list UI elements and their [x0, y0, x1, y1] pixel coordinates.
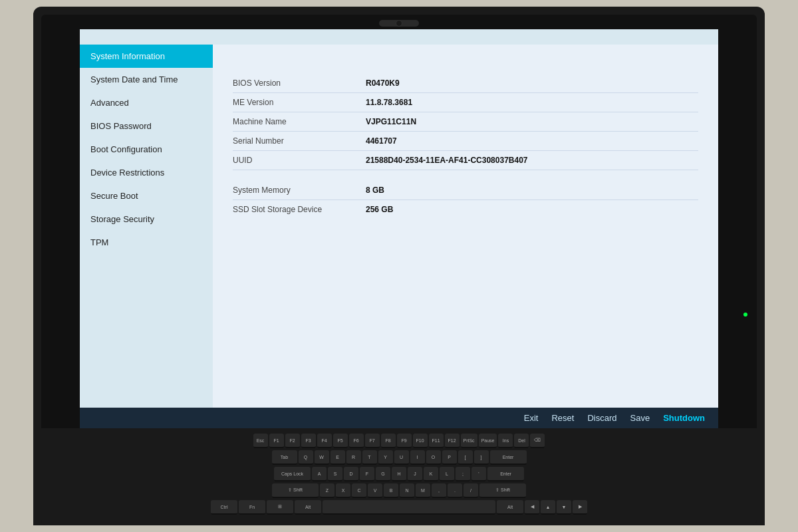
bottom-btn-reset[interactable]: Reset: [551, 413, 574, 423]
key-e[interactable]: E: [331, 450, 345, 465]
info-value: 4461707: [366, 136, 397, 146]
bottom-btn-exit[interactable]: Exit: [524, 413, 539, 423]
key-g[interactable]: G: [376, 467, 390, 481]
key-f12[interactable]: F12: [445, 434, 460, 448]
key-enter[interactable]: Enter: [490, 450, 527, 465]
key-period[interactable]: .: [448, 483, 462, 498]
info-value: R0470K9: [366, 78, 400, 88]
laptop-outer: System InformationSystem Date and TimeAd…: [33, 7, 765, 525]
key-ctrl-l[interactable]: Ctrl: [211, 500, 237, 515]
key-del[interactable]: Del: [514, 434, 529, 448]
sidebar-item-tpm[interactable]: TPM: [80, 231, 213, 254]
key-shift-l[interactable]: ⇧ Shift: [272, 483, 319, 498]
key-bracket-r[interactable]: ]: [474, 450, 489, 465]
key-z[interactable]: Z: [320, 483, 334, 498]
key-bracket-l[interactable]: [: [458, 450, 473, 465]
key-f2[interactable]: F2: [285, 434, 300, 448]
key-m[interactable]: M: [416, 483, 430, 498]
key-r[interactable]: R: [346, 450, 361, 465]
key-n[interactable]: N: [400, 483, 414, 498]
webcam: [379, 20, 419, 27]
info-section-gap: [233, 170, 698, 181]
sidebar-item-advanced[interactable]: Advanced: [80, 91, 213, 114]
key-row-fn: Esc F1 F2 F3 F4 F5 F6 F7 F8 F9 F10 F11 F…: [80, 434, 718, 448]
key-v[interactable]: V: [368, 483, 382, 498]
key-u[interactable]: U: [394, 450, 409, 465]
key-k[interactable]: K: [424, 467, 438, 481]
sidebar-item-device-restrictions[interactable]: Device Restrictions: [80, 161, 213, 184]
key-f1[interactable]: F1: [269, 434, 284, 448]
sidebar-item-bios-password[interactable]: BIOS Password: [80, 114, 213, 138]
key-alt-r[interactable]: Alt: [497, 500, 523, 515]
bottom-btn-discard[interactable]: Discard: [587, 413, 616, 423]
key-x[interactable]: X: [336, 483, 350, 498]
key-y[interactable]: Y: [378, 450, 393, 465]
key-row-bottom: Ctrl Fn ⊞ Alt Alt ◀ ▲ ▼ ▶: [80, 500, 718, 515]
key-down[interactable]: ▼: [557, 500, 571, 515]
key-q[interactable]: Q: [299, 450, 313, 465]
key-f7[interactable]: F7: [365, 434, 380, 448]
key-prtsc[interactable]: PrtSc: [461, 434, 477, 448]
key-s[interactable]: S: [328, 467, 342, 481]
key-slash[interactable]: /: [464, 483, 478, 498]
bios-main-content: BIOS VersionR0470K9ME Version11.8.78.368…: [213, 45, 718, 408]
key-f[interactable]: F: [360, 467, 374, 481]
key-i[interactable]: I: [410, 450, 425, 465]
key-f8[interactable]: F8: [381, 434, 396, 448]
key-shift-r[interactable]: ⇧ Shift: [479, 483, 526, 498]
key-h[interactable]: H: [392, 467, 406, 481]
key-f10[interactable]: F10: [413, 434, 428, 448]
key-d[interactable]: D: [344, 467, 358, 481]
key-semicolon[interactable]: ;: [456, 467, 470, 481]
key-left[interactable]: ◀: [525, 500, 539, 515]
key-right[interactable]: ▶: [573, 500, 587, 515]
info-label: ME Version: [233, 98, 366, 107]
key-f5[interactable]: F5: [333, 434, 348, 448]
sidebar-item-system-information[interactable]: System Information: [80, 45, 213, 68]
key-ins[interactable]: Ins: [498, 434, 513, 448]
info-row-serial-number: Serial Number4461707: [233, 132, 698, 151]
key-comma[interactable]: ,: [432, 483, 446, 498]
key-t[interactable]: T: [362, 450, 377, 465]
key-space[interactable]: [323, 500, 495, 515]
key-alt-l[interactable]: Alt: [295, 500, 321, 515]
key-enter2[interactable]: Enter: [487, 467, 524, 481]
info-row-ssd-slot-storage-device: SSD Slot Storage Device256 GB: [233, 200, 698, 219]
key-c[interactable]: C: [352, 483, 366, 498]
info-row-uuid: UUID21588D40-2534-11EA-AF41-CC308037B407: [233, 151, 698, 170]
key-quote[interactable]: ': [471, 467, 486, 481]
info-value: 21588D40-2534-11EA-AF41-CC308037B407: [366, 156, 528, 165]
key-a[interactable]: A: [312, 467, 327, 481]
key-backspace[interactable]: ⌫: [530, 434, 545, 448]
keyboard: Esc F1 F2 F3 F4 F5 F6 F7 F8 F9 F10 F11 F…: [80, 434, 718, 515]
bottom-btn-shutdown[interactable]: Shutdown: [663, 413, 705, 423]
system-info-table: BIOS VersionR0470K9ME Version11.8.78.368…: [233, 74, 698, 219]
key-f4[interactable]: F4: [317, 434, 332, 448]
key-up[interactable]: ▲: [541, 500, 555, 515]
key-esc[interactable]: Esc: [253, 434, 268, 448]
key-capslock[interactable]: Caps Lock: [274, 467, 311, 481]
key-f9[interactable]: F9: [397, 434, 412, 448]
bios-header: [80, 29, 718, 45]
key-j[interactable]: J: [408, 467, 422, 481]
key-tab[interactable]: Tab: [272, 450, 297, 465]
bottom-btn-save[interactable]: Save: [630, 413, 650, 423]
info-label: System Memory: [233, 186, 366, 195]
sidebar-item-secure-boot[interactable]: Secure Boot: [80, 184, 213, 207]
key-pause[interactable]: Pause: [479, 434, 497, 448]
info-row-bios-version: BIOS VersionR0470K9: [233, 74, 698, 93]
sidebar-item-storage-security[interactable]: Storage Security: [80, 207, 213, 231]
key-l[interactable]: L: [440, 467, 454, 481]
key-f11[interactable]: F11: [429, 434, 444, 448]
sidebar-item-system-date-time[interactable]: System Date and Time: [80, 68, 213, 91]
key-b[interactable]: B: [384, 483, 398, 498]
sidebar-item-boot-configuration[interactable]: Boot Configuration: [80, 138, 213, 161]
key-win[interactable]: ⊞: [267, 500, 293, 515]
key-f3[interactable]: F3: [301, 434, 316, 448]
key-w[interactable]: W: [315, 450, 329, 465]
key-f6[interactable]: F6: [349, 434, 364, 448]
key-p[interactable]: P: [442, 450, 457, 465]
key-fn[interactable]: Fn: [239, 500, 265, 515]
info-label: Serial Number: [233, 136, 366, 146]
key-o[interactable]: O: [426, 450, 441, 465]
